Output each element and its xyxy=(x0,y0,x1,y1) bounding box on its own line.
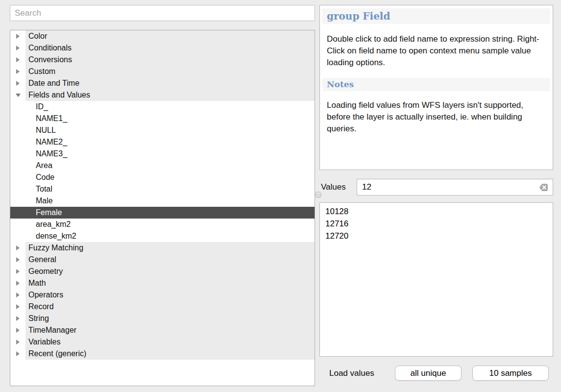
expand-arrow-icon[interactable] xyxy=(10,301,25,313)
tree-item-label: NULL xyxy=(25,124,315,136)
load-values-label: Load values xyxy=(329,366,374,381)
values-filter-input[interactable] xyxy=(357,182,539,192)
tree-item-custom[interactable]: Custom xyxy=(10,66,315,77)
tree-item-conditionals[interactable]: Conditionals xyxy=(10,42,315,54)
expand-arrow-icon[interactable] xyxy=(10,254,25,266)
expand-arrow-icon-glyph xyxy=(16,304,20,309)
values-label: Values xyxy=(321,179,346,196)
tree-item-label: Custom xyxy=(25,66,315,77)
tree-item-label: Area xyxy=(25,160,315,172)
search-input[interactable] xyxy=(10,5,315,21)
tree-item-female[interactable]: Female xyxy=(10,207,315,219)
tree-item-label: Female xyxy=(25,207,315,219)
expand-arrow-icon-glyph xyxy=(16,351,20,356)
tree-item-color[interactable]: Color xyxy=(10,30,315,42)
tree-item-label: Conditionals xyxy=(25,42,315,54)
expand-arrow-icon[interactable] xyxy=(10,313,25,324)
function-tree[interactable]: ColorConditionalsConversionsCustomDate a… xyxy=(10,30,315,386)
tree-item-string[interactable]: String xyxy=(10,313,315,324)
tree-item-label: Geometry xyxy=(25,266,315,277)
tree-item-fuzzy-matching[interactable]: Fuzzy Matching xyxy=(10,242,315,254)
tree-item-label: Operators xyxy=(25,289,315,301)
tree-item-male[interactable]: Male xyxy=(10,195,315,207)
expand-arrow-icon-glyph xyxy=(16,34,20,39)
tree-item-label: String xyxy=(25,313,315,324)
expand-arrow-icon[interactable] xyxy=(10,277,25,289)
tree-item-record[interactable]: Record xyxy=(10,301,315,313)
tree-item-fields-and-values[interactable]: Fields and Values xyxy=(10,89,315,101)
indent-spacer xyxy=(10,195,25,207)
tree-item-code[interactable]: Code xyxy=(10,172,315,183)
tree-item-geometry[interactable]: Geometry xyxy=(10,266,315,277)
tree-item-label: Fields and Values xyxy=(25,89,315,101)
help-title: group Field xyxy=(322,8,550,24)
ten-samples-button[interactable]: 10 samples xyxy=(472,366,549,381)
expand-arrow-icon[interactable] xyxy=(10,336,25,348)
help-description: Double click to add field name to expres… xyxy=(320,24,553,69)
expand-arrow-icon-glyph xyxy=(16,57,20,62)
expand-arrow-icon-glyph xyxy=(16,46,20,50)
notes-text: Loading field values from WFS layers isn… xyxy=(320,91,553,135)
expand-arrow-icon[interactable] xyxy=(10,242,25,254)
indent-spacer xyxy=(10,113,25,124)
indent-spacer xyxy=(10,230,25,242)
notes-title: Notes xyxy=(322,78,550,91)
value-list-item[interactable]: 12716 xyxy=(320,218,553,230)
value-list-item[interactable]: 10128 xyxy=(320,205,553,218)
expand-arrow-icon[interactable] xyxy=(10,348,25,360)
help-panel: group Field Double click to add field na… xyxy=(319,5,553,170)
value-list-item[interactable]: 12720 xyxy=(320,230,553,242)
tree-item-area-km2[interactable]: area_km2 xyxy=(10,219,315,230)
tree-item-math[interactable]: Math xyxy=(10,277,315,289)
expand-arrow-icon-glyph xyxy=(16,81,20,86)
tree-item-recent-generic[interactable]: Recent (generic) xyxy=(10,348,315,360)
tree-item-label: TimeManager xyxy=(25,324,315,336)
expand-arrow-icon-glyph xyxy=(16,293,20,297)
indent-spacer xyxy=(10,160,25,172)
tree-item-name2[interactable]: NAME2_ xyxy=(10,136,315,148)
tree-item-name3[interactable]: NAME3_ xyxy=(10,148,315,160)
tree-item-name1[interactable]: NAME1_ xyxy=(10,113,315,124)
tree-item-label: dense_km2 xyxy=(25,230,315,242)
tree-item-null[interactable]: NULL xyxy=(10,124,315,136)
expand-arrow-icon-glyph xyxy=(16,328,20,333)
expand-arrow-icon-glyph xyxy=(16,281,20,286)
expand-arrow-icon[interactable] xyxy=(10,42,25,54)
expand-arrow-icon[interactable] xyxy=(10,77,25,89)
values-list[interactable]: 101281271612720 xyxy=(319,202,553,357)
tree-item-general[interactable]: General xyxy=(10,254,315,266)
all-unique-button[interactable]: all unique xyxy=(395,366,462,381)
expand-arrow-icon[interactable] xyxy=(10,30,25,42)
tree-item-conversions[interactable]: Conversions xyxy=(10,54,315,66)
tree-item-label: NAME1_ xyxy=(25,113,315,124)
tree-item-dense-km2[interactable]: dense_km2 xyxy=(10,230,315,242)
collapse-arrow-icon[interactable] xyxy=(10,89,25,101)
tree-item-label: Recent (generic) xyxy=(25,348,315,360)
tree-item-label: Conversions xyxy=(25,54,315,66)
expand-arrow-icon-glyph xyxy=(16,245,20,250)
expand-arrow-icon[interactable] xyxy=(10,289,25,301)
indent-spacer xyxy=(10,136,25,148)
expand-arrow-icon[interactable] xyxy=(10,324,25,336)
tree-item-total[interactable]: Total xyxy=(10,183,315,195)
indent-spacer xyxy=(10,124,25,136)
indent-spacer xyxy=(10,207,25,219)
tree-item-id[interactable]: ID_ xyxy=(10,101,315,113)
expand-arrow-icon[interactable] xyxy=(10,266,25,277)
tree-item-operators[interactable]: Operators xyxy=(10,289,315,301)
expand-arrow-icon[interactable] xyxy=(10,66,25,77)
tree-item-label: Color xyxy=(25,30,315,42)
tree-item-label: Total xyxy=(25,183,315,195)
tree-item-date-and-time[interactable]: Date and Time xyxy=(10,77,315,89)
indent-spacer xyxy=(10,148,25,160)
expand-arrow-icon[interactable] xyxy=(10,54,25,66)
tree-item-timemanager[interactable]: TimeManager xyxy=(10,324,315,336)
expand-arrow-icon-glyph xyxy=(16,269,20,274)
tree-item-label: area_km2 xyxy=(25,219,315,230)
tree-item-variables[interactable]: Variables xyxy=(10,336,315,348)
tree-item-area[interactable]: Area xyxy=(10,160,315,172)
expression-builder-dialog: { "colors": { "window_bg": "#ececec", "h… xyxy=(0,0,561,392)
expand-arrow-icon-glyph xyxy=(16,316,20,321)
values-filter-wrap xyxy=(357,179,553,196)
clear-icon[interactable] xyxy=(539,179,553,195)
